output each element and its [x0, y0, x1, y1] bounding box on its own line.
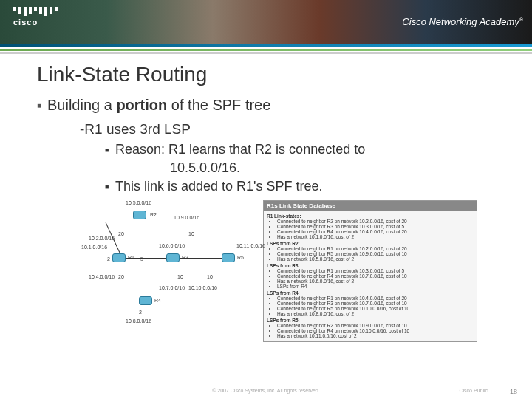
logo-bars-icon	[13, 7, 58, 16]
db-item: LSPs from R4	[277, 284, 474, 289]
net-label: 10.2.0.0/16	[89, 236, 115, 241]
db-item: Connected to neighbor R1 on network 10.2…	[277, 246, 474, 251]
cost-label: 20	[118, 274, 124, 279]
db-group: R1 Link-states:	[267, 214, 474, 219]
router-label: R5	[237, 255, 244, 260]
db-item: Has a network 10.5.0.0/16, cost of 2	[277, 256, 474, 262]
copyright: © 2007 Cisco Systems, Inc. All rights re…	[212, 388, 320, 393]
db-item: Connected to neighbor R2 on network 10.9…	[277, 323, 474, 328]
db-item: Connected to neighbor R4 on network 10.1…	[277, 328, 474, 333]
main-bullet: Building a portion of the SPF tree	[37, 97, 495, 114]
sub-bullet-1: -R1 uses 3rd LSP	[80, 121, 495, 137]
db-title: R1s Link State Database	[264, 201, 477, 211]
router-icon	[139, 296, 152, 305]
db-list: Connected to neighbor R2 on network 10.9…	[277, 323, 474, 338]
cost-label: 2	[107, 256, 110, 262]
db-item: Connected to neighbor R1 on network 10.3…	[277, 268, 474, 273]
db-list: Connected to neighbor R1 on network 10.2…	[277, 246, 474, 262]
link	[180, 258, 222, 259]
net-label: 10.8.0.0/16	[126, 318, 151, 324]
link	[126, 258, 166, 259]
net-label: 10.5.0.0/16	[126, 200, 151, 205]
net-label: 10.7.0.0/16	[159, 285, 185, 290]
topology-diagram: 10.5.0.0/16 R2 10.1.0.0/16 10.2.0.0/16 1…	[81, 200, 259, 330]
db-item: Connected to neighbor R4 on network 10.4…	[277, 229, 474, 234]
net-label: 10.11.0.0/16	[236, 243, 265, 248]
net-label: 10.9.0.0/16	[174, 215, 200, 220]
db-group: LSPs from R3:	[267, 263, 474, 268]
db-group: LSPs from R5:	[267, 318, 474, 323]
cost-label: 20	[118, 231, 124, 236]
cost-label: 10	[207, 274, 213, 279]
db-item: Connected to neighbor R3 on network 10.3…	[277, 224, 474, 229]
link-state-database-panel: R1s Link State Database R1 Link-states: …	[263, 200, 477, 342]
page-number: 18	[510, 388, 517, 395]
db-item: Connected to neighbor R4 on network 10.7…	[277, 273, 474, 279]
db-item: Connected to neighbor R5 on network 10.9…	[277, 251, 474, 256]
db-list: Connected to neighbor R1 on network 10.3…	[277, 268, 474, 289]
net-label: 10.10.0.0/16	[188, 285, 217, 290]
logo-text: cisco	[13, 18, 58, 27]
router-icon	[112, 253, 126, 262]
net-label: 10.6.0.0/16	[159, 243, 185, 248]
router-icon	[222, 253, 235, 262]
divider-blue	[0, 44, 532, 47]
academy-label: Cisco Networking Academy®	[402, 16, 523, 27]
db-item: Connected to neighbor R2 on network 10.2…	[277, 219, 474, 224]
slide-title: Link-State Routing	[37, 63, 495, 86]
router-icon	[166, 253, 180, 262]
divider-green	[0, 49, 532, 51]
net-label: 10.4.0.0/16	[89, 274, 115, 279]
db-item: Has a network 10.11.0.0/16, cost of 2	[277, 333, 474, 338]
db-item: Connected to neighbor R1 on network 10.4…	[277, 296, 474, 301]
db-group: LSPs from R2:	[267, 241, 474, 246]
slide-header: cisco Cisco Networking Academy®	[0, 0, 532, 44]
db-list: Connected to neighbor R1 on network 10.4…	[277, 296, 474, 316]
router-icon	[133, 211, 146, 219]
db-item: Connected to neighbor R5 on network 10.1…	[277, 306, 474, 311]
sub-bullet-2a: Reason: R1 learns that R2 is connected t…	[105, 142, 495, 157]
db-item: Has a network 10.1.0.0/16, cost of 2	[277, 234, 474, 239]
slide-content: Link-State Routing Building a portion of…	[0, 54, 532, 342]
cisco-logo: cisco	[13, 7, 58, 27]
db-item: Has a network 10.6.0.0/16, cost of 2	[277, 279, 474, 284]
router-label: R4	[154, 298, 161, 303]
diagram-row: 10.5.0.0/16 R2 10.1.0.0/16 10.2.0.0/16 1…	[81, 200, 495, 342]
sub-bullet-2b: This link is added to R1's SPF tree.	[105, 179, 495, 194]
slide-footer: © 2007 Cisco Systems, Inc. All rights re…	[0, 388, 532, 393]
db-group: LSPs from R4:	[267, 290, 474, 296]
cost-label: 2	[139, 310, 142, 315]
router-label: R2	[150, 212, 157, 217]
db-list: Connected to neighbor R2 on network 10.2…	[277, 219, 474, 239]
db-item: Has a network 10.8.0.0/16, cost of 2	[277, 311, 474, 316]
net-label: 10.1.0.0/16	[81, 245, 107, 250]
cost-label: 10	[177, 274, 183, 279]
sub-bullet-2a-cont: 10.5.0.0/16.	[170, 160, 495, 176]
db-item: Connected to neighbor R3 on network 10.7…	[277, 301, 474, 306]
cisco-public: Cisco Public	[459, 388, 488, 393]
cost-label: 10	[188, 231, 194, 236]
